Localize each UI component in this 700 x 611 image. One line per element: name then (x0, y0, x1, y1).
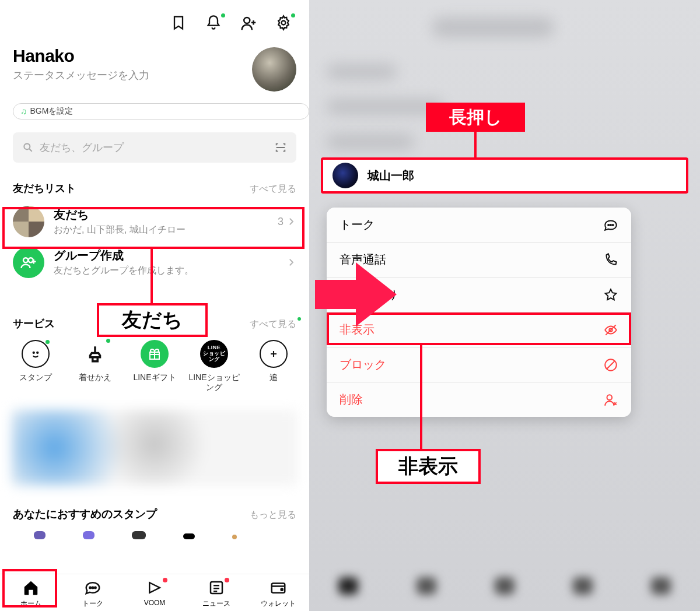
header-icons (0, 0, 309, 43)
blurred-content (12, 410, 298, 486)
svg-point-14 (608, 224, 609, 225)
friends-avatar-collage (13, 206, 44, 237)
row-title: 友だち (54, 207, 278, 223)
arrow-icon (315, 257, 397, 332)
tab-news[interactable]: ニュース (186, 579, 247, 609)
profile-name: Hanako (13, 46, 252, 66)
tab-home[interactable]: ホーム (0, 579, 62, 609)
see-all-link[interactable]: すべて見る (250, 183, 296, 195)
home-icon (22, 579, 40, 596)
svg-point-9 (92, 587, 94, 589)
recommend-header: あなたにおすすめのスタンプ もっと見る (0, 486, 309, 525)
blurred-tabbar (309, 561, 700, 611)
search-input[interactable]: 友だち、グループ (13, 132, 296, 163)
svg-point-1 (282, 21, 286, 25)
group-add-icon (13, 247, 44, 278)
svg-point-15 (610, 224, 611, 225)
block-icon (603, 357, 618, 373)
svg-point-8 (89, 587, 91, 589)
services-grid: スタンプ 着せかえ LINEギフト LINE ショッピング LINEショッピング (0, 336, 309, 392)
gear-icon[interactable] (275, 15, 293, 32)
wallet-icon (269, 579, 288, 596)
section-title: 友だちリスト (13, 181, 76, 195)
music-note-icon: ♫ (20, 107, 27, 116)
svg-point-2 (24, 143, 30, 149)
friends-section-header: 友だちリスト すべて見る (0, 167, 309, 201)
svg-point-6 (37, 352, 38, 353)
friends-row[interactable]: 友だち おかだ, 山下部長, 城山イチロー 3 (0, 201, 309, 242)
svg-point-0 (244, 17, 250, 23)
bgm-label: BGMを設定 (30, 106, 74, 117)
see-all-link[interactable]: すべて見る (250, 318, 296, 331)
chevron-right-icon (286, 257, 296, 268)
plus-icon (260, 340, 288, 368)
bookmark-icon[interactable] (170, 15, 188, 32)
service-gift[interactable]: LINEギフト (125, 340, 184, 392)
svg-point-13 (281, 589, 283, 591)
svg-point-19 (607, 395, 612, 400)
bell-icon[interactable] (205, 15, 223, 32)
star-icon (603, 287, 618, 303)
svg-point-10 (94, 587, 96, 589)
friend-name: 城山一郎 (368, 168, 414, 184)
row-subtitle: 友だちとグループを作成します。 (54, 265, 286, 277)
menu-block[interactable]: ブロック (327, 347, 631, 382)
service-stamp[interactable]: スタンプ (6, 340, 65, 392)
search-placeholder: 友だち、グループ (40, 141, 274, 154)
bottom-tab-bar: ホーム トーク VOOM ニュース ウォレット (0, 574, 309, 611)
service-theme[interactable]: 着せかえ (65, 340, 125, 392)
eye-off-icon (603, 322, 618, 338)
friends-list: 友だち おかだ, 山下部長, 城山イチロー 3 グループ作成 友だちとグループを… (0, 201, 309, 287)
create-group-row[interactable]: グループ作成 友だちとグループを作成します。 (0, 242, 309, 283)
focused-friend-row[interactable]: 城山一郎 (321, 157, 688, 194)
menu-delete[interactable]: 削除 (327, 382, 631, 417)
svg-point-5 (33, 352, 34, 353)
profile-header: Hanako ステータスメッセージを入力 (0, 43, 309, 97)
annotation-line (150, 249, 153, 305)
play-icon (145, 579, 164, 596)
avatar (332, 163, 358, 188)
bgm-button[interactable]: ♫ BGMを設定 (13, 103, 309, 120)
line-shopping-icon: LINE ショッピング (200, 340, 228, 368)
sticker-strip (0, 525, 309, 539)
menu-talk[interactable]: トーク (327, 208, 631, 243)
user-remove-icon (603, 392, 618, 408)
annotation-friends-label: 友だち (97, 303, 208, 337)
section-title: サービス (13, 317, 55, 331)
add-friend-icon[interactable] (240, 15, 258, 32)
profile-status[interactable]: ステータスメッセージを入力 (13, 68, 252, 82)
friends-count: 3 (278, 216, 284, 228)
news-icon (207, 579, 226, 596)
phone-icon (603, 252, 618, 268)
brush-icon (81, 340, 109, 368)
row-title: グループ作成 (54, 248, 286, 264)
search-icon (22, 142, 34, 153)
chat-icon (603, 217, 618, 233)
svg-point-16 (612, 224, 614, 225)
scan-icon[interactable] (274, 141, 287, 154)
line-home-screen: Hanako ステータスメッセージを入力 ♫ BGMを設定 友だち、グループ 友… (0, 0, 309, 611)
avatar[interactable] (252, 47, 296, 92)
service-more[interactable]: 追 (244, 340, 303, 392)
smile-icon (22, 340, 50, 368)
annotation-long-press: 長押し (426, 103, 525, 132)
row-subtitle: おかだ, 山下部長, 城山イチロー (54, 224, 278, 236)
tab-voom[interactable]: VOOM (124, 579, 186, 609)
annotation-line (474, 132, 477, 157)
recommend-more[interactable]: もっと見る (250, 509, 296, 521)
recommend-title: あなたにおすすめのスタンプ (13, 507, 157, 522)
annotation-line (420, 345, 422, 449)
tab-wallet[interactable]: ウォレット (247, 579, 309, 609)
annotation-hide-label: 非表示 (376, 449, 481, 484)
gift-icon (141, 340, 169, 368)
service-shopping[interactable]: LINE ショッピング LINEショッピング (184, 340, 244, 392)
svg-point-3 (23, 258, 28, 262)
chat-icon (83, 579, 102, 596)
chevron-right-icon (286, 216, 296, 227)
tab-talk[interactable]: トーク (62, 579, 124, 609)
svg-rect-12 (272, 584, 285, 593)
